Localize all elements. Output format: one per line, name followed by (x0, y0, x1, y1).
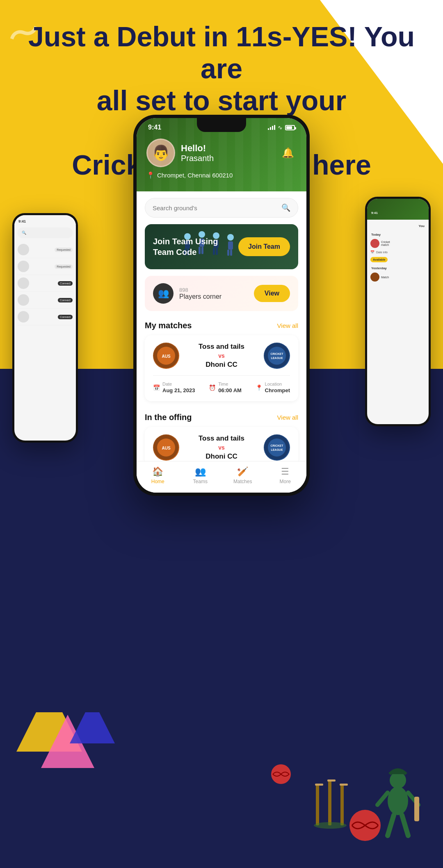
side-right-time: 9:41 (371, 211, 425, 215)
greeting: Hello! Prasanth (181, 143, 214, 163)
svg-point-39 (314, 822, 347, 829)
cricket-ball-large (349, 809, 381, 843)
available-btn[interactable]: Available (370, 257, 388, 262)
nav-matches[interactable]: 🏏 Matches (222, 466, 264, 484)
players-corner-icon: 👥 (153, 283, 174, 304)
players-count-number: 898 (179, 287, 222, 293)
match-location: 📍 Location Chrompet (256, 382, 290, 394)
nav-home-label: Home (151, 479, 164, 484)
list-item: Connect (18, 292, 73, 309)
nav-home[interactable]: 🏠 Home (137, 466, 179, 484)
svg-rect-35 (340, 784, 344, 825)
join-banner-text: Join Team UsingTeam Code (153, 236, 218, 257)
wifi-icon: ∿ (278, 124, 283, 131)
connect-badge[interactable]: Connect (58, 281, 73, 286)
team1-logo-2: AUS (153, 434, 179, 461)
notification-bell-icon[interactable]: 🔔 (279, 144, 297, 161)
match-time: ⏰ Time 06:00 AM (209, 382, 242, 394)
more-icon: ☰ (281, 466, 289, 477)
svg-rect-33 (316, 784, 319, 825)
match-date: 📅 Date Aug 21, 2023 (153, 382, 195, 394)
main-phone: 9:41 ∿ (133, 115, 310, 496)
requested-badge: Requested (55, 248, 73, 252)
location-row: 📍 Chrompet, Chennai 600210 (146, 171, 297, 179)
cricket-stumps-icon (312, 772, 349, 831)
join-team-button[interactable]: Join Team (238, 237, 290, 256)
team1-name: Toss and tails (199, 343, 244, 351)
match-details: 📅 Date Aug 21, 2023 ⏰ Time 06: (153, 375, 290, 394)
my-matches-header: My matches View all (137, 318, 306, 335)
app-content[interactable]: 👨 Hello! Prasanth 🔔 📍 Chrompet, Chennai … (137, 118, 306, 493)
svg-rect-38 (340, 784, 348, 786)
join-team-banner: Join Team UsingTeam Code (145, 224, 298, 269)
svg-text:LEAGUE: LEAGUE (271, 357, 283, 359)
side-left-search: 🔍 (18, 227, 73, 238)
players-corner-section: 👥 898 Players corner View (145, 276, 298, 311)
location-pin-icon: 📍 (146, 171, 155, 179)
svg-point-20 (268, 347, 286, 365)
search-bar[interactable]: 🔍 (145, 198, 298, 218)
today-label: Today (367, 230, 429, 237)
side-match-row: Cricketmatch (367, 237, 429, 250)
signal-icon (268, 125, 275, 130)
in-the-offing-header: In the offing View all (137, 409, 306, 427)
status-time: 9:41 (148, 124, 161, 131)
in-the-offing-title: In the offing (145, 413, 192, 422)
status-icons: ∿ (268, 124, 295, 131)
location-text: Chrompet, Chennai 600210 (157, 172, 233, 179)
svg-rect-14 (227, 250, 229, 256)
you-label: You (418, 224, 425, 228)
team1-name-2: Toss and tails (199, 434, 244, 443)
my-matches-view-all[interactable]: View all (277, 322, 298, 329)
list-item: Connect (18, 309, 73, 325)
svg-rect-34 (328, 780, 331, 825)
svg-rect-13 (228, 241, 233, 250)
side-match-row-2: Match (367, 271, 429, 283)
svg-text:CRICKET: CRICKET (270, 444, 283, 447)
bottom-navigation: 🏠 Home 👥 Teams 🏏 Matches ☰ More (137, 461, 306, 493)
side-left-time: 9:41 (18, 219, 26, 223)
greeting-name: Prasanth (181, 154, 214, 163)
players-corner-label: Players corner (179, 293, 222, 300)
bottom-decorations (0, 712, 443, 868)
greeting-hello: Hello! (181, 143, 214, 154)
svg-rect-47 (414, 797, 419, 821)
svg-rect-37 (327, 779, 336, 782)
players-corner-view-button[interactable]: View (254, 285, 290, 302)
search-input[interactable] (153, 205, 277, 211)
my-matches-title: My matches (145, 321, 192, 330)
connect-badge[interactable]: Connect (58, 298, 73, 302)
list-item: Requested (18, 258, 73, 275)
nav-more[interactable]: ☰ More (264, 466, 307, 484)
nav-teams-label: Teams (193, 479, 208, 484)
team2-name: Dhoni CC (199, 361, 244, 369)
match-card-1[interactable]: AUS Toss and tails vs Dhoni CC (145, 335, 298, 401)
team1-logo: AUS (153, 343, 179, 369)
search-icon[interactable]: 🔍 (281, 203, 290, 212)
requested-badge: Requested (55, 264, 73, 269)
vs-text: vs (199, 352, 244, 359)
battery-icon (285, 125, 295, 130)
svg-line-46 (402, 815, 408, 836)
svg-point-41 (390, 772, 406, 788)
search-section: 🔍 (137, 191, 306, 224)
avatar: 👨 (146, 139, 175, 167)
vs-text-2: vs (199, 444, 244, 451)
svg-rect-36 (315, 784, 323, 786)
svg-text:CRICKET: CRICKET (270, 352, 283, 355)
nav-matches-label: Matches (233, 479, 252, 484)
matches-icon: 🏏 (237, 466, 248, 477)
svg-line-45 (388, 815, 394, 836)
nav-teams[interactable]: 👥 Teams (179, 466, 222, 484)
phone-notch (197, 118, 246, 132)
blue-triangle (70, 712, 115, 745)
side-phone-left: 9:41 🔍 Requested Requested Connect (12, 213, 78, 443)
side-phone-right: 9:41 You Today Cricketmatch 📅 Date info … (365, 197, 431, 426)
in-the-offing-view-all[interactable]: View all (277, 414, 298, 421)
list-item: Requested (18, 241, 73, 258)
connect-badge[interactable]: Connect (58, 315, 73, 319)
svg-point-42 (388, 786, 408, 815)
team2-logo-2: CRICKET LEAGUE (264, 434, 290, 461)
svg-point-27 (268, 439, 286, 457)
nav-more-label: More (280, 479, 291, 484)
